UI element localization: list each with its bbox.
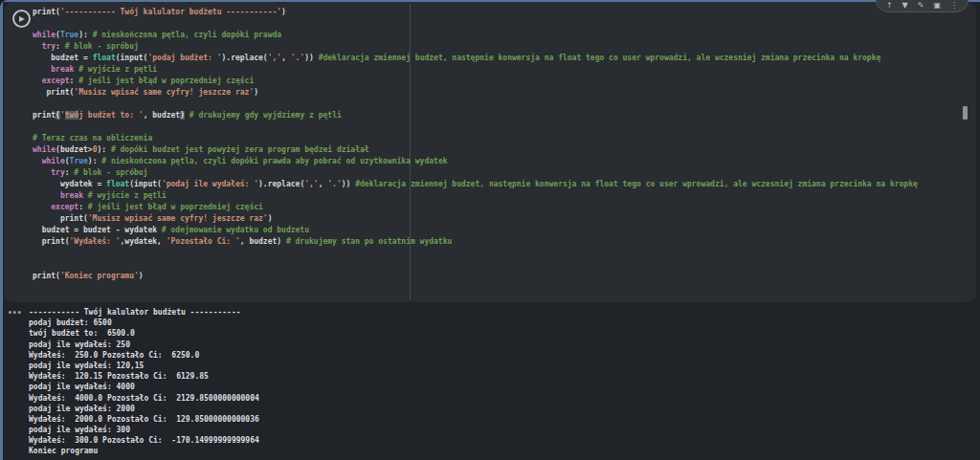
code-token: True (70, 157, 88, 165)
code-token: , (319, 180, 328, 188)
code-token: ',' (304, 180, 318, 188)
output-line: Wydałeś: 120.15 Pozostało Ci: 6129.85 (29, 371, 259, 382)
code-line: print('Wydałeś: ',wydatek, 'Pozostało Ci… (33, 236, 970, 248)
notebook-screen: print('----------- Twój kalulator budżet… (0, 0, 980, 460)
code-token (33, 42, 42, 51)
vertical-scrollbar-thumb[interactable] (963, 106, 968, 120)
more-cell-actions-icon[interactable]: ⋮ (950, 2, 958, 10)
play-icon (19, 16, 25, 22)
code-line (33, 259, 970, 271)
code-token: )) (304, 54, 318, 62)
code-token: # drukujemy stan po ostatnim wydatku (286, 237, 452, 246)
code-token: print( (33, 8, 60, 16)
code-line: try: # blok - spróbuj (33, 41, 970, 53)
edit-cell-icon[interactable]: ✎ (918, 2, 924, 10)
output-line: Wydałeś: 300.0 Pozostało Ci: -170.149999… (29, 435, 259, 446)
code-token: 'Pozostało Ci: ' (167, 237, 240, 246)
move-cell-down-icon[interactable]: ▼ (902, 2, 908, 10)
code-line: budzet = float(input('podaj budżet: ').r… (33, 53, 970, 64)
code-line: try: # blok - spróbuj (33, 167, 970, 179)
code-token (33, 77, 42, 85)
code-line (33, 18, 970, 30)
output-line: podaj ile wydałeś: 300 (29, 425, 259, 435)
code-token: , budzet) (240, 237, 286, 246)
code-token (33, 168, 51, 177)
window-left-edge (0, 0, 3, 460)
code-token: print( (33, 272, 60, 280)
code-line: break # wyjście z pętli (33, 190, 970, 202)
code-token: # nieskończona pętla, czyli dopóki prawd… (93, 31, 281, 39)
code-token: wydatek = (33, 180, 106, 188)
code-token: j budżet to: ' (78, 111, 143, 120)
code-token: '----------- Twój kalulator budżetu ----… (60, 8, 281, 16)
code-token: while (33, 145, 56, 154)
output-line: podaj ile wydałeś: 4000 (29, 382, 259, 392)
code-token: , (281, 54, 291, 62)
move-cell-up-icon[interactable]: ↑ (886, 2, 893, 10)
code-line: # Teraz czas na obliczenia (33, 133, 970, 144)
code-token: # odejmowanie wydatku od budzetu (162, 226, 309, 234)
code-token: ).replace( (258, 180, 304, 188)
code-token: break (51, 65, 74, 74)
code-token: except (42, 77, 70, 85)
code-token: # nieskończona pętla, czyli dopóki prawd… (101, 157, 447, 165)
code-token: # blok - spróbuj (74, 168, 147, 177)
output-line: twój budżet to: 6500.0 (29, 328, 259, 339)
code-token: # wyjście z pętli (88, 191, 167, 200)
code-token: budzet = budzet - wydatek (33, 226, 162, 234)
code-token: except (51, 203, 78, 211)
code-token: # jeśli jest błąd w poprzedniej części (78, 77, 254, 85)
cell-settings-icon[interactable]: ▣ (933, 2, 941, 10)
code-token: True (60, 31, 78, 39)
code-token: #deklaracja zmiennej budzet, następnie k… (319, 54, 881, 62)
code-token: )) (342, 180, 355, 188)
code-token: 'podaj budżet: ' (147, 54, 221, 62)
output-line: podaj ile wydałeś: 120,15 (29, 361, 259, 371)
output-line: podaj budżet: 6500 (29, 318, 259, 328)
output-line: Wydałeś: 4000.0 Pozostało Ci: 2129.85000… (29, 393, 259, 404)
code-line: except: # jeśli jest błąd w poprzedniej … (33, 76, 970, 87)
output-line: podaj ile wydałeś: 250 (29, 340, 259, 350)
code-token: 'Musisz wpisać same cyfry! jeszcze raz' (88, 214, 268, 223)
code-token: ) (268, 214, 273, 223)
code-token: #deklaracja zmiennej budzet, następnie k… (355, 180, 918, 188)
code-token: 'Wydałeś: ' (70, 237, 121, 246)
code-line: wydatek = float(input('podaj ile wydałeś… (33, 179, 970, 190)
code-line: while(budzet>0): # dopóki budzet jest po… (33, 144, 970, 156)
code-token: ) (281, 8, 286, 16)
code-editor[interactable]: print('----------- Twój kalulator budżet… (33, 7, 970, 282)
output-line: podaj ile wydałeś: 2000 (29, 404, 259, 414)
code-line (33, 121, 970, 133)
code-token: : (78, 203, 88, 211)
code-token: ) (139, 272, 144, 280)
code-line: while(True): # nieskończona pętla, czyli… (33, 156, 970, 167)
code-token: ).replace( (222, 54, 268, 62)
code-token: while (33, 31, 56, 39)
code-line: break # wyjście z pętli (33, 64, 970, 76)
code-line: print('----------- Twój kalulator budżet… (33, 7, 970, 18)
code-token: 'Musisz wpisać same cyfry! jeszcze raz' (74, 88, 254, 97)
code-token (33, 65, 51, 74)
code-token: 'Koniec programu' (60, 272, 139, 280)
output-line: Wydałeś: 2000.0 Pozostało Ci: 129.850000… (29, 414, 259, 425)
code-line: except: # jeśli jest błąd w poprzedniej … (33, 202, 970, 213)
run-cell-button[interactable] (12, 10, 31, 28)
output-line: Wydałeś: 250.0 Pozostało Ci: 6250.0 (29, 350, 259, 361)
code-token: while (42, 157, 65, 165)
code-token: print( (33, 88, 74, 97)
code-token: ): (88, 157, 101, 165)
code-token: '.' (291, 54, 304, 62)
code-cell: print('----------- Twój kalulator budżet… (4, 2, 976, 302)
code-token: ,wydatek, (121, 237, 167, 246)
code-line: budzet = budzet - wydatek # odejmowanie … (33, 225, 970, 236)
code-token: (input( (129, 180, 162, 188)
code-token: '.' (327, 180, 341, 188)
code-token: : (70, 77, 79, 85)
code-token: float (106, 180, 129, 188)
code-token: print( (33, 214, 88, 223)
code-token: float (93, 54, 116, 62)
code-token: # dopóki budzet jest powyżej zera progra… (111, 145, 369, 154)
code-line: print('Koniec programu') (33, 271, 970, 282)
code-token: : (65, 168, 75, 177)
code-token (33, 203, 51, 211)
